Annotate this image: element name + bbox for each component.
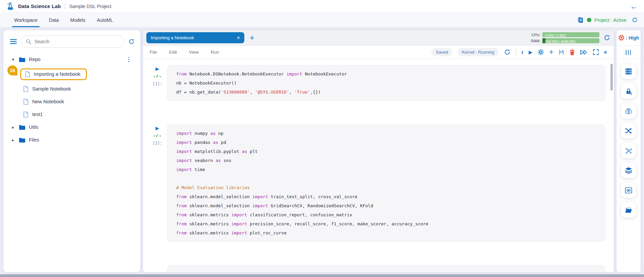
fullscreen-icon[interactable] — [593, 49, 599, 55]
server-icon — [625, 68, 632, 75]
file-icon — [23, 86, 29, 92]
layers-button[interactable] — [621, 163, 636, 178]
add-cell-icon[interactable]: + — [549, 48, 553, 56]
cells-list: ▶‹✓›[1]:from Notebook.DSNotebook.Noteboo… — [148, 65, 607, 242]
tree-item-new-notebook[interactable]: New Notebook — [3, 95, 140, 108]
app-header: Data Science Lab Sample DSL Project ← — [0, 0, 644, 13]
resources-refresh-icon[interactable] — [603, 34, 610, 41]
cpu-label: CPU: — [529, 33, 540, 37]
code-line: from sklearn.metrics import plot_roc_cur… — [176, 228, 596, 237]
search-icon — [26, 39, 32, 45]
project-refresh-icon[interactable] — [632, 17, 638, 23]
kernel-refresh-icon[interactable] — [504, 49, 511, 56]
run-cell-button[interactable]: ▶ — [156, 126, 159, 130]
project-status-dot — [587, 18, 591, 22]
back-arrow-icon[interactable]: ← — [630, 2, 638, 10]
code-cell-editor[interactable]: from Notebook.DSNotebook.NotebookExecuto… — [167, 65, 605, 101]
tree-item-repo[interactable]: ▾ Repo ⋮ — [3, 53, 140, 66]
cpu-value: 0.000 / 2.500 — [542, 34, 565, 37]
file-icon — [23, 99, 29, 105]
notebook-cell: ▶‹✓›[1]:from Notebook.DSNotebook.Noteboo… — [148, 65, 607, 101]
search-box[interactable] — [21, 36, 124, 48]
tree-item-label: Sample Notebook — [32, 86, 71, 92]
tree-item-utils[interactable]: ▸ Utils — [3, 121, 140, 133]
code-line: import seaborn as sns — [176, 156, 596, 165]
tab-close-icon[interactable]: × — [237, 35, 240, 41]
nav-tab-workspace[interactable]: Workspace — [14, 13, 38, 27]
nav-tab-automl[interactable]: AutoML — [97, 13, 113, 27]
execution-count: [1]: — [153, 81, 162, 86]
code-line: import numpy as np — [176, 129, 596, 138]
nav-tab-data[interactable]: Data — [49, 13, 59, 27]
search-input[interactable] — [35, 39, 119, 44]
project-status-label: Project : Active — [594, 17, 627, 23]
code-line: df = nb.get_data('513606089', '@SYS.USER… — [176, 88, 596, 97]
tab-importing-a-notebook[interactable]: Importing a Notebook × — [146, 32, 244, 43]
project-files-button[interactable] — [621, 202, 636, 218]
tree-refresh-icon[interactable] — [128, 38, 135, 45]
tree-item-label: Utils — [29, 124, 38, 130]
menu-view[interactable]: View — [189, 50, 199, 55]
folder-icon — [19, 124, 26, 130]
execution-count: [2]: — [153, 141, 162, 146]
code-line: from Notebook.DSNotebook.NotebookExecuto… — [176, 69, 596, 78]
tree-item-files[interactable]: ▸ Files — [3, 133, 140, 146]
caret-right-icon[interactable]: ▸ — [11, 125, 15, 130]
gear-icon[interactable] — [538, 49, 544, 55]
window-bottom-bar — [0, 274, 644, 277]
sidebar-menu-icon[interactable] — [10, 39, 17, 44]
panel-columns-toggle-icon[interactable]: ||| — [616, 46, 641, 59]
stop-icon[interactable]: ■ — [604, 50, 607, 55]
folder-open-icon — [625, 207, 632, 213]
toolbar-divider — [516, 48, 516, 57]
tutorial-step-badge: 16 — [7, 65, 17, 75]
run-all-icon[interactable] — [580, 50, 588, 55]
primary-nav: Workspace Data Models AutoML Project : A… — [0, 13, 644, 27]
file-icon — [24, 71, 31, 77]
ram-meter: 248.900 / 4048.000 — [542, 38, 599, 43]
shuffle-button[interactable] — [621, 123, 636, 138]
save-icon[interactable] — [558, 49, 564, 55]
partial-code-cell[interactable] — [167, 265, 605, 272]
data-sources-button[interactable] — [621, 64, 636, 79]
tree-item-test1[interactable]: test1 — [3, 108, 140, 121]
code-line: import time — [176, 165, 596, 174]
tree-item-sample-notebook[interactable]: Sample Notebook — [3, 82, 140, 95]
tree-item-label: New Notebook — [32, 99, 64, 104]
tree-item-label: Files — [29, 137, 39, 143]
code-line: import pandas as pd — [176, 138, 596, 147]
kebab-menu-icon[interactable]: ⋮ — [126, 56, 140, 63]
cluster-button[interactable] — [621, 143, 636, 158]
run-cell-button[interactable]: ▶ — [156, 66, 159, 71]
caret-down-icon[interactable]: ▾ — [11, 57, 15, 62]
api-link-button[interactable] — [621, 182, 636, 198]
code-cell-editor[interactable]: import numpy as npimport pandas as pdimp… — [167, 124, 605, 242]
tree-item-label: test1 — [32, 112, 43, 117]
menu-run[interactable]: Run — [211, 50, 219, 55]
project-title: Sample DSL Project — [69, 4, 111, 9]
shuffle-icon — [625, 128, 632, 134]
resource-meters: CPU: 0.000 / 2.500 RAM: 248.900 / 4048.0… — [529, 32, 599, 43]
caret-right-icon[interactable]: ▸ — [11, 137, 15, 143]
app-logo-flask-icon — [6, 2, 15, 11]
cell-gutter: ▶‹✓›[2]: — [148, 124, 167, 242]
cell-executed-check-icon: ‹✓› — [154, 133, 161, 138]
new-tab-icon[interactable]: + — [250, 34, 254, 42]
chevron-left-icon[interactable]: ‹ — [521, 49, 524, 56]
nav-tab-models[interactable]: Models — [70, 13, 85, 27]
vertical-scrollbar[interactable] — [610, 64, 613, 91]
project-report-icon[interactable] — [577, 17, 584, 23]
run-cell-icon[interactable]: ▶ — [529, 50, 533, 55]
security-button[interactable] — [621, 84, 636, 99]
menu-file[interactable]: File — [150, 50, 157, 55]
trash-icon[interactable] — [569, 49, 575, 55]
code-line: from sklearn.metrics import precision_sc… — [176, 219, 596, 228]
cell-gutter: ▶‹✓›[1]: — [148, 65, 167, 101]
ai-models-button[interactable] — [621, 103, 636, 119]
tutorial-highlight-box: Importing a Notebook — [20, 68, 87, 80]
code-line: from sklearn.model_selection import trai… — [176, 192, 596, 201]
tree-item-importing-a-notebook[interactable]: 16 Importing a Notebook — [3, 66, 140, 82]
app-title: Data Science Lab — [18, 3, 61, 9]
menu-edit[interactable]: Edit — [169, 50, 177, 55]
tab-label: Importing a Notebook — [151, 35, 194, 40]
